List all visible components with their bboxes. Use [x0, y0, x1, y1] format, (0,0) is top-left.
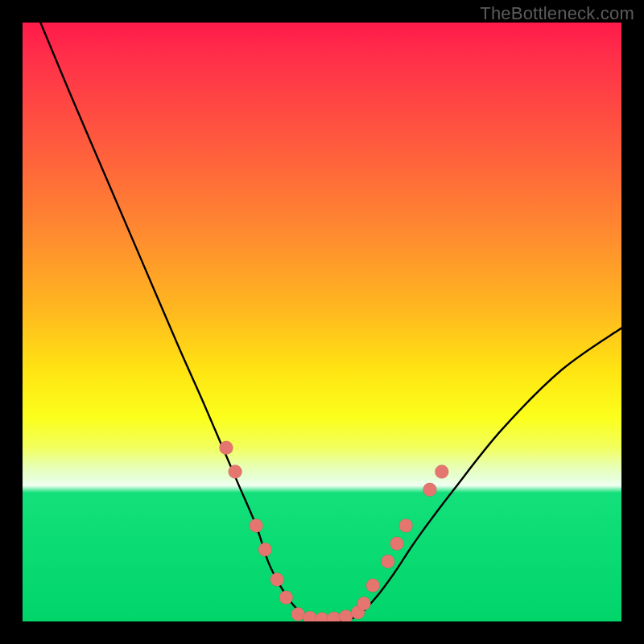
data-marker [390, 537, 404, 551]
marker-group [219, 441, 448, 621]
data-marker [381, 555, 394, 568]
data-marker [279, 591, 293, 605]
data-marker [327, 612, 341, 621]
data-marker [435, 465, 448, 479]
watermark-text: TheBottleneck.com [480, 3, 634, 24]
data-marker [357, 597, 371, 610]
data-marker [366, 579, 380, 592]
data-marker [229, 465, 242, 479]
data-marker [258, 543, 272, 556]
data-marker [303, 611, 317, 621]
data-marker [219, 441, 233, 455]
chart-container: TheBottleneck.com [0, 0, 644, 644]
chart-overlay [23, 23, 621, 621]
data-marker [316, 613, 329, 621]
data-marker [339, 610, 353, 621]
data-marker [291, 608, 305, 621]
bottleneck-curve [40, 23, 621, 621]
data-marker [399, 518, 413, 532]
data-marker [250, 518, 263, 532]
data-marker [423, 483, 436, 497]
data-marker [270, 572, 284, 586]
